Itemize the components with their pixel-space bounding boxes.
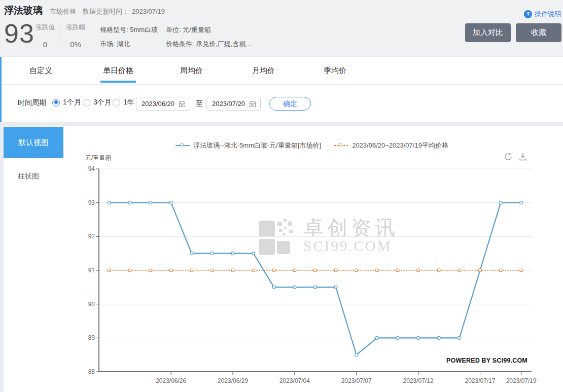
tab-单日价格[interactable]: 单日价格 bbox=[103, 66, 133, 83]
page-title: 浮法玻璃 bbox=[4, 4, 43, 17]
period-radio-1年[interactable]: 1年 bbox=[113, 98, 134, 107]
legend-marker-icon bbox=[175, 143, 190, 148]
svg-text:92: 92 bbox=[88, 233, 95, 240]
update-time: 数据更新时间：2023/07/19 bbox=[83, 7, 165, 16]
calendar-icon bbox=[179, 100, 186, 108]
sidebar-item-柱状图[interactable]: 柱状图 bbox=[18, 172, 68, 181]
period-label: 时间周期 bbox=[18, 98, 46, 108]
legend-item-1[interactable]: 浮法玻璃--湖北-5mm白玻-元/重量箱[市场价] bbox=[175, 141, 321, 150]
radio-unchecked-icon bbox=[113, 99, 120, 106]
svg-text:2023/07/04: 2023/07/04 bbox=[279, 377, 310, 384]
radio-label: 3个月 bbox=[93, 98, 112, 107]
change-pct-block: 涨跌幅 0% bbox=[64, 23, 87, 49]
spec-condition: 价格条件: 承兑价,厂提,含税... bbox=[166, 37, 251, 51]
change-pct-label: 涨跌幅 bbox=[64, 23, 87, 32]
period-radio-1个月[interactable]: 1个月 bbox=[52, 98, 81, 107]
update-time-label: 数据更新时间： bbox=[83, 8, 129, 15]
svg-text:89: 89 bbox=[88, 334, 95, 341]
help-link[interactable]: ? 操作说明 bbox=[524, 10, 561, 19]
y-axis-unit-label: 元/重量箱 bbox=[85, 154, 111, 162]
divider bbox=[60, 24, 60, 45]
tab-月均价[interactable]: 月均价 bbox=[252, 66, 275, 83]
filter-row: 时间周期 1个月3个月1年 2023/06/20 至 2023/07/20 bbox=[2, 85, 563, 122]
chart-area: 浮法玻璃--湖北-5mm白玻-元/重量箱[市场价]2023/06/20~2023… bbox=[68, 126, 555, 392]
radio-label: 1年 bbox=[123, 98, 134, 107]
change-pct-value: 0% bbox=[64, 40, 87, 49]
tab-自定义[interactable]: 自定义 bbox=[29, 66, 52, 83]
legend-label: 2023/06/20~2023/07/19平均价格 bbox=[352, 141, 448, 150]
svg-text:91: 91 bbox=[88, 267, 95, 274]
chart-panel: 默认视图柱状图 浮法玻璃--湖北-5mm白玻-元/重量箱[市场价]2023/06… bbox=[4, 126, 563, 392]
download-icon[interactable] bbox=[518, 152, 528, 162]
end-date-input[interactable]: 2023/07/20 bbox=[206, 97, 261, 111]
svg-text:2023/07/17: 2023/07/17 bbox=[465, 377, 495, 384]
svg-text:2023/07/12: 2023/07/12 bbox=[403, 377, 434, 384]
svg-text:94: 94 bbox=[88, 165, 95, 172]
header: 浮法玻璃 市场价格 数据更新时间：2023/07/19 93 涨跌值 0 涨跌幅… bbox=[0, 0, 563, 56]
spec-market: 市场: 湖北 bbox=[100, 37, 158, 51]
change-value-label: 涨跌值 bbox=[33, 23, 57, 32]
svg-text:2023/06/29: 2023/06/29 bbox=[218, 377, 248, 384]
favorite-button[interactable]: 收藏 bbox=[516, 23, 561, 42]
svg-text:2023/07/19: 2023/07/19 bbox=[506, 377, 537, 384]
help-label: 操作说明 bbox=[535, 10, 561, 19]
svg-text:88: 88 bbox=[88, 368, 95, 375]
svg-text:93: 93 bbox=[88, 199, 95, 206]
page: { "header": { "title": "浮法玻璃", "subtitle… bbox=[0, 0, 563, 392]
radio-label: 1个月 bbox=[63, 98, 81, 107]
current-price: 93 bbox=[4, 18, 34, 49]
change-value-block: 涨跌值 0 bbox=[33, 23, 57, 49]
calendar-icon bbox=[249, 100, 256, 108]
legend-label: 浮法玻璃--湖北-5mm白玻-元/重量箱[市场价] bbox=[193, 141, 321, 150]
view-sidebar: 默认视图柱状图 bbox=[4, 127, 68, 181]
chart-legend: 浮法玻璃--湖北-5mm白玻-元/重量箱[市场价]2023/06/20~2023… bbox=[68, 141, 555, 150]
spec-column-2: 单位: 元/重量箱 价格条件: 承兑价,厂提,含税... bbox=[166, 23, 251, 51]
date-range-to-label: 至 bbox=[196, 99, 203, 109]
sidebar-item-默认视图[interactable]: 默认视图 bbox=[4, 127, 63, 158]
spec-column-1: 规格型号: 5mm白玻 市场: 湖北 bbox=[100, 23, 158, 51]
legend-marker-icon bbox=[334, 143, 348, 148]
question-icon: ? bbox=[524, 10, 532, 18]
update-time-value: 2023/07/19 bbox=[132, 8, 165, 15]
market-price-label: 市场价格 bbox=[50, 7, 76, 16]
powered-by-label: POWERED BY SCI99.COM bbox=[446, 357, 527, 364]
period-radio-3个月[interactable]: 3个月 bbox=[83, 98, 112, 107]
start-date-input[interactable]: 2023/06/20 bbox=[136, 97, 190, 111]
refresh-icon[interactable] bbox=[503, 152, 513, 162]
radio-checked-icon bbox=[52, 99, 60, 106]
svg-text:90: 90 bbox=[88, 301, 95, 308]
add-compare-button[interactable]: 加入对比 bbox=[465, 23, 511, 42]
radio-unchecked-icon bbox=[83, 99, 90, 106]
svg-text:2023/07/07: 2023/07/07 bbox=[341, 377, 372, 384]
svg-text:2023/06/26: 2023/06/26 bbox=[156, 377, 186, 384]
tabs-filter-panel: 自定义单日价格周均价月均价季均价 时间周期 1个月3个月1年 2023/06/2… bbox=[0, 57, 563, 122]
end-date-value: 2023/07/20 bbox=[212, 100, 245, 108]
tab-周均价[interactable]: 周均价 bbox=[180, 66, 203, 83]
start-date-value: 2023/06/20 bbox=[142, 100, 174, 108]
spec-model: 规格型号: 5mm白玻 bbox=[100, 23, 158, 37]
tab-bar: 自定义单日价格周均价月均价季均价 bbox=[2, 57, 563, 85]
confirm-button[interactable]: 确定 bbox=[269, 97, 311, 111]
change-value: 0 bbox=[33, 40, 57, 49]
tab-季均价[interactable]: 季均价 bbox=[324, 66, 346, 83]
spec-unit: 单位: 元/重量箱 bbox=[166, 23, 251, 37]
legend-item-2[interactable]: 2023/06/20~2023/07/19平均价格 bbox=[334, 141, 448, 150]
chart-tools bbox=[503, 152, 528, 162]
